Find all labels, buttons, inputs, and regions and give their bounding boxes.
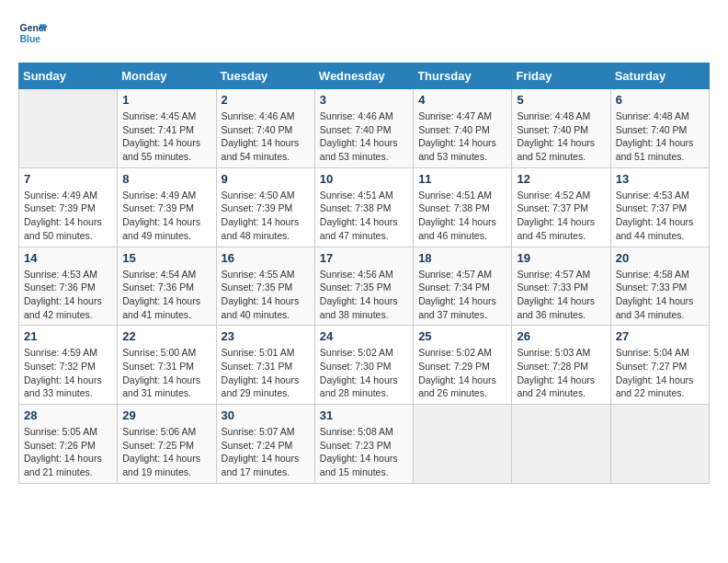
day-number: 7: [24, 172, 112, 186]
day-number: 28: [24, 408, 112, 422]
day-cell: 12Sunrise: 4:52 AMSunset: 7:37 PMDayligh…: [512, 167, 610, 247]
day-number: 12: [517, 172, 605, 186]
day-number: 15: [122, 251, 210, 265]
day-info: Sunrise: 4:51 AMSunset: 7:38 PMDaylight:…: [418, 189, 506, 243]
day-cell: 23Sunrise: 5:01 AMSunset: 7:31 PMDayligh…: [216, 326, 314, 405]
weekday-monday: Monday: [118, 63, 216, 89]
day-cell: 25Sunrise: 5:02 AMSunset: 7:29 PMDayligh…: [414, 326, 512, 405]
day-number: 21: [24, 329, 112, 343]
day-cell: 16Sunrise: 4:55 AMSunset: 7:35 PMDayligh…: [216, 247, 314, 326]
day-number: 30: [222, 408, 310, 422]
day-number: 6: [616, 93, 704, 107]
day-info: Sunrise: 4:58 AMSunset: 7:33 PMDaylight:…: [616, 268, 704, 322]
day-number: 16: [222, 251, 310, 265]
day-cell: 11Sunrise: 4:51 AMSunset: 7:38 PMDayligh…: [414, 167, 512, 247]
day-number: 23: [222, 329, 310, 343]
day-number: 11: [418, 172, 506, 186]
logo-icon: General Blue: [18, 18, 48, 48]
week-row-1: 1Sunrise: 4:45 AMSunset: 7:41 PMDaylight…: [19, 89, 710, 168]
day-cell: 19Sunrise: 4:57 AMSunset: 7:33 PMDayligh…: [512, 247, 610, 326]
day-cell: 3Sunrise: 4:46 AMSunset: 7:40 PMDaylight…: [314, 89, 413, 168]
day-cell: 14Sunrise: 4:53 AMSunset: 7:36 PMDayligh…: [19, 247, 118, 326]
day-cell: [19, 89, 118, 168]
calendar-body: 1Sunrise: 4:45 AMSunset: 7:41 PMDaylight…: [19, 89, 710, 484]
day-number: 25: [418, 329, 506, 343]
day-info: Sunrise: 4:53 AMSunset: 7:36 PMDaylight:…: [24, 268, 112, 322]
day-info: Sunrise: 4:54 AMSunset: 7:36 PMDaylight:…: [122, 268, 210, 322]
day-number: 9: [222, 172, 310, 186]
day-info: Sunrise: 4:57 AMSunset: 7:33 PMDaylight:…: [517, 268, 605, 322]
day-number: 29: [122, 408, 210, 422]
day-cell: 31Sunrise: 5:08 AMSunset: 7:23 PMDayligh…: [314, 405, 413, 484]
week-row-4: 21Sunrise: 4:59 AMSunset: 7:32 PMDayligh…: [19, 326, 710, 405]
day-cell: 15Sunrise: 4:54 AMSunset: 7:36 PMDayligh…: [118, 247, 216, 326]
day-number: 4: [418, 93, 506, 107]
day-info: Sunrise: 4:55 AMSunset: 7:35 PMDaylight:…: [222, 268, 310, 322]
day-number: 17: [320, 251, 408, 265]
day-cell: 1Sunrise: 4:45 AMSunset: 7:41 PMDaylight…: [118, 89, 216, 168]
day-cell: 13Sunrise: 4:53 AMSunset: 7:37 PMDayligh…: [610, 167, 709, 247]
day-number: 10: [320, 172, 408, 186]
day-info: Sunrise: 4:56 AMSunset: 7:35 PMDaylight:…: [320, 268, 408, 322]
day-info: Sunrise: 4:46 AMSunset: 7:40 PMDaylight:…: [222, 109, 310, 164]
day-info: Sunrise: 5:07 AMSunset: 7:24 PMDaylight:…: [222, 425, 310, 479]
day-info: Sunrise: 4:53 AMSunset: 7:37 PMDaylight:…: [616, 189, 704, 243]
day-cell: 5Sunrise: 4:48 AMSunset: 7:40 PMDaylight…: [512, 89, 610, 168]
day-info: Sunrise: 4:51 AMSunset: 7:38 PMDaylight:…: [320, 189, 408, 243]
day-cell: 29Sunrise: 5:06 AMSunset: 7:25 PMDayligh…: [118, 405, 216, 484]
week-row-5: 28Sunrise: 5:05 AMSunset: 7:26 PMDayligh…: [19, 405, 710, 484]
day-cell: 20Sunrise: 4:58 AMSunset: 7:33 PMDayligh…: [610, 247, 709, 326]
day-cell: 30Sunrise: 5:07 AMSunset: 7:24 PMDayligh…: [216, 405, 314, 484]
day-number: 13: [616, 172, 704, 186]
day-cell: [610, 405, 709, 484]
day-info: Sunrise: 4:52 AMSunset: 7:37 PMDaylight:…: [517, 189, 605, 243]
day-number: 3: [320, 93, 408, 107]
weekday-friday: Friday: [512, 63, 610, 89]
logo: General Blue: [18, 18, 48, 48]
day-cell: 10Sunrise: 4:51 AMSunset: 7:38 PMDayligh…: [314, 167, 413, 247]
day-info: Sunrise: 5:04 AMSunset: 7:27 PMDaylight:…: [616, 346, 704, 400]
week-row-3: 14Sunrise: 4:53 AMSunset: 7:36 PMDayligh…: [19, 247, 710, 326]
day-cell: 17Sunrise: 4:56 AMSunset: 7:35 PMDayligh…: [314, 247, 413, 326]
day-info: Sunrise: 4:59 AMSunset: 7:32 PMDaylight:…: [24, 346, 112, 400]
day-cell: 8Sunrise: 4:49 AMSunset: 7:39 PMDaylight…: [118, 167, 216, 247]
day-number: 20: [616, 251, 704, 265]
day-info: Sunrise: 5:00 AMSunset: 7:31 PMDaylight:…: [122, 346, 210, 400]
day-cell: 21Sunrise: 4:59 AMSunset: 7:32 PMDayligh…: [19, 326, 118, 405]
day-info: Sunrise: 4:57 AMSunset: 7:34 PMDaylight:…: [418, 268, 506, 322]
day-cell: 2Sunrise: 4:46 AMSunset: 7:40 PMDaylight…: [216, 89, 314, 168]
day-number: 1: [122, 93, 210, 107]
day-number: 19: [517, 251, 605, 265]
weekday-tuesday: Tuesday: [216, 63, 314, 89]
day-info: Sunrise: 5:03 AMSunset: 7:28 PMDaylight:…: [517, 346, 605, 400]
day-cell: 22Sunrise: 5:00 AMSunset: 7:31 PMDayligh…: [118, 326, 216, 405]
day-info: Sunrise: 4:48 AMSunset: 7:40 PMDaylight:…: [616, 109, 704, 164]
day-number: 5: [517, 93, 605, 107]
day-info: Sunrise: 4:45 AMSunset: 7:41 PMDaylight:…: [122, 109, 210, 164]
day-cell: [512, 405, 610, 484]
day-info: Sunrise: 5:05 AMSunset: 7:26 PMDaylight:…: [24, 425, 112, 479]
weekday-thursday: Thursday: [414, 63, 512, 89]
weekday-sunday: Sunday: [19, 63, 118, 89]
day-number: 22: [122, 329, 210, 343]
day-number: 24: [320, 329, 408, 343]
day-cell: 7Sunrise: 4:49 AMSunset: 7:39 PMDaylight…: [19, 167, 118, 247]
day-number: 14: [24, 251, 112, 265]
day-cell: 28Sunrise: 5:05 AMSunset: 7:26 PMDayligh…: [19, 405, 118, 484]
day-info: Sunrise: 5:02 AMSunset: 7:29 PMDaylight:…: [418, 346, 506, 400]
calendar-table: SundayMondayTuesdayWednesdayThursdayFrid…: [18, 63, 710, 484]
day-cell: 24Sunrise: 5:02 AMSunset: 7:30 PMDayligh…: [314, 326, 413, 405]
day-info: Sunrise: 4:47 AMSunset: 7:40 PMDaylight:…: [418, 109, 506, 164]
day-cell: 4Sunrise: 4:47 AMSunset: 7:40 PMDaylight…: [414, 89, 512, 168]
day-cell: 18Sunrise: 4:57 AMSunset: 7:34 PMDayligh…: [414, 247, 512, 326]
day-number: 26: [517, 329, 605, 343]
day-info: Sunrise: 4:46 AMSunset: 7:40 PMDaylight:…: [320, 109, 408, 164]
day-cell: 27Sunrise: 5:04 AMSunset: 7:27 PMDayligh…: [610, 326, 709, 405]
day-number: 8: [122, 172, 210, 186]
day-number: 27: [616, 329, 704, 343]
day-info: Sunrise: 5:08 AMSunset: 7:23 PMDaylight:…: [320, 425, 408, 479]
day-number: 2: [222, 93, 310, 107]
day-number: 18: [418, 251, 506, 265]
day-cell: 26Sunrise: 5:03 AMSunset: 7:28 PMDayligh…: [512, 326, 610, 405]
weekday-header-row: SundayMondayTuesdayWednesdayThursdayFrid…: [19, 63, 710, 89]
